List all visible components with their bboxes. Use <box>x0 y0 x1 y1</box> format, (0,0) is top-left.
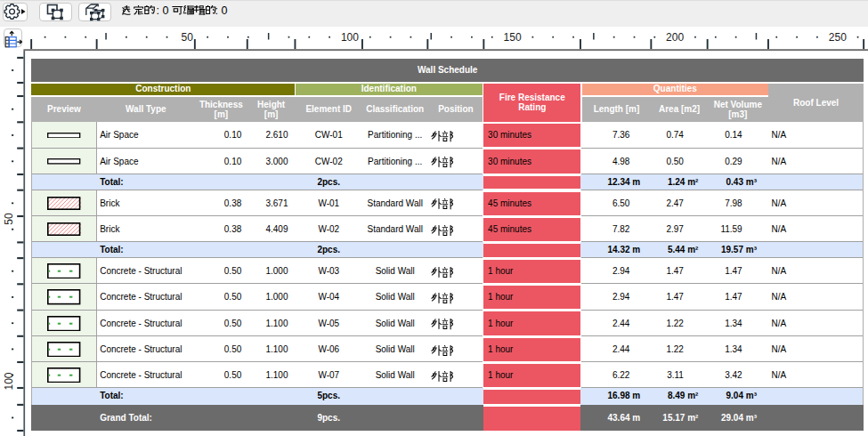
svg-text:50: 50 <box>3 213 15 225</box>
svg-text:50: 50 <box>182 31 194 44</box>
svg-text:100: 100 <box>341 31 359 44</box>
svg-text:250: 250 <box>829 31 847 44</box>
svg-text:200: 200 <box>666 31 684 44</box>
svg-text:150: 150 <box>504 31 522 44</box>
svg-text:100: 100 <box>3 372 15 390</box>
